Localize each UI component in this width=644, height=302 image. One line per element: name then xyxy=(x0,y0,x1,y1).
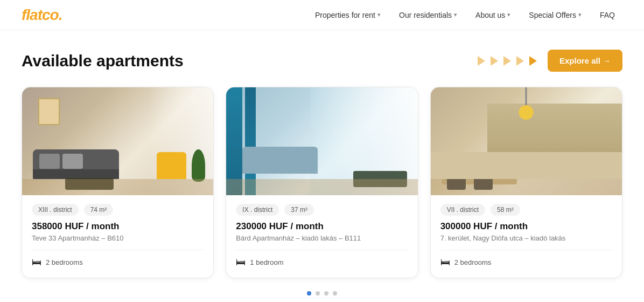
pagination-dots xyxy=(22,291,622,296)
nav-label-offers: Special Offers xyxy=(529,11,576,19)
nav-item-properties[interactable]: Properties for rent ▾ xyxy=(307,6,388,24)
navbar: flatco. Properties for rent ▾ Our reside… xyxy=(0,0,644,30)
nav-item-about[interactable]: About us ▾ xyxy=(468,6,518,24)
explore-all-button[interactable]: Explore all → xyxy=(548,50,622,72)
card-body-3: VII . district 58 m² 300000 HUF / month … xyxy=(431,195,622,278)
pagination-dot-2[interactable] xyxy=(316,291,320,296)
main-content: Available apartments Explore all → xyxy=(0,30,644,302)
pendant-light xyxy=(526,87,527,120)
prev-arrow-2[interactable] xyxy=(491,56,498,66)
page-title: Available apartments xyxy=(22,52,184,70)
pagination-dot-4[interactable] xyxy=(333,291,337,296)
chevron-down-icon: ▾ xyxy=(507,11,510,18)
cushion2 xyxy=(62,154,83,169)
card-price-1: 358000 HUF / month xyxy=(32,221,204,232)
bedrooms-text-1: 2 bedrooms xyxy=(46,258,83,266)
apartments-grid: XIII . district 74 m² 358000 HUF / month… xyxy=(22,87,622,278)
next-arrow[interactable] xyxy=(529,56,537,66)
plant xyxy=(192,149,205,182)
district-tag: VII . district xyxy=(440,204,485,216)
prev-arrow-3[interactable] xyxy=(503,56,511,66)
nav-links: Properties for rent ▾ Our residentials ▾… xyxy=(307,6,622,24)
card-footer-2: 🛏 1 bedroom xyxy=(236,250,408,268)
card-body-1: XIII . district 74 m² 358000 HUF / month… xyxy=(22,195,213,278)
sofa xyxy=(33,149,119,179)
yellow-chair xyxy=(157,152,186,179)
apartment-image-2 xyxy=(226,87,417,195)
card-tags-1: XIII . district 74 m² xyxy=(32,204,204,216)
nav-item-residentials[interactable]: Our residentials ▾ xyxy=(391,6,465,24)
area-tag: 74 m² xyxy=(84,204,114,216)
header-controls: Explore all → xyxy=(478,50,622,72)
chevron-down-icon: ▾ xyxy=(377,11,381,18)
card-tags-2: IX . district 37 m² xyxy=(236,204,408,216)
nav-label-faq: FAQ xyxy=(600,11,615,19)
district-tag: XIII . district xyxy=(32,204,79,216)
section-header: Available apartments Explore all → xyxy=(22,50,622,72)
nav-label-properties: Properties for rent xyxy=(315,11,375,19)
nav-label-residentials: Our residentials xyxy=(399,11,452,19)
card-price-2: 230000 HUF / month xyxy=(236,221,408,232)
chevron-down-icon: ▾ xyxy=(578,11,582,18)
logo[interactable]: flatco. xyxy=(22,6,62,24)
bed-icon: 🛏 xyxy=(440,257,450,268)
apartment-card: IX . district 37 m² 230000 HUF / month B… xyxy=(226,87,418,278)
carousel-arrows xyxy=(478,56,537,66)
bedrooms-text-3: 2 bedrooms xyxy=(454,258,492,266)
area-tag: 37 m² xyxy=(284,204,314,216)
bedrooms-text-2: 1 bedroom xyxy=(250,258,283,266)
area-tag: 58 m² xyxy=(491,204,520,216)
nav-label-about: About us xyxy=(475,11,505,19)
nav-item-faq[interactable]: FAQ xyxy=(592,6,622,24)
wall-art xyxy=(38,98,60,125)
card-tags-3: VII . district 58 m² xyxy=(440,204,612,216)
chevron-down-icon: ▾ xyxy=(454,11,457,18)
floor xyxy=(226,179,417,195)
floor xyxy=(431,179,622,195)
apartment-card: VII . district 58 m² 300000 HUF / month … xyxy=(430,87,622,278)
card-footer-1: 🛏 2 bedrooms xyxy=(32,250,204,268)
bed-icon: 🛏 xyxy=(236,257,246,268)
pagination-dot-1[interactable] xyxy=(307,291,311,296)
card-price-3: 300000 HUF / month xyxy=(440,221,612,232)
district-tag: IX . district xyxy=(236,204,279,216)
floor xyxy=(22,179,213,195)
pagination-dot-3[interactable] xyxy=(324,291,328,296)
bed-icon: 🛏 xyxy=(32,257,41,268)
apartment-card: XIII . district 74 m² 358000 HUF / month… xyxy=(22,87,214,278)
apartment-image-1 xyxy=(22,87,213,195)
counter xyxy=(431,152,622,179)
card-footer-3: 🛏 2 bedrooms xyxy=(440,250,612,268)
apartment-image-3 xyxy=(431,87,622,195)
nav-item-offers[interactable]: Special Offers ▾ xyxy=(521,6,589,24)
cushion xyxy=(39,154,60,169)
sofa2 xyxy=(242,147,318,174)
prev-arrow-1[interactable] xyxy=(478,56,485,66)
prev-arrow-4[interactable] xyxy=(516,56,524,66)
card-address-1: Teve 33 Apartmanház – B610 xyxy=(32,234,204,242)
card-body-2: IX . district 37 m² 230000 HUF / month B… xyxy=(226,195,417,278)
card-address-2: Bárd Apartmanház – kiadó lakás – B111 xyxy=(236,234,408,242)
card-address-3: 7. kerület, Nagy Diófa utca – kiadó laká… xyxy=(440,234,612,242)
